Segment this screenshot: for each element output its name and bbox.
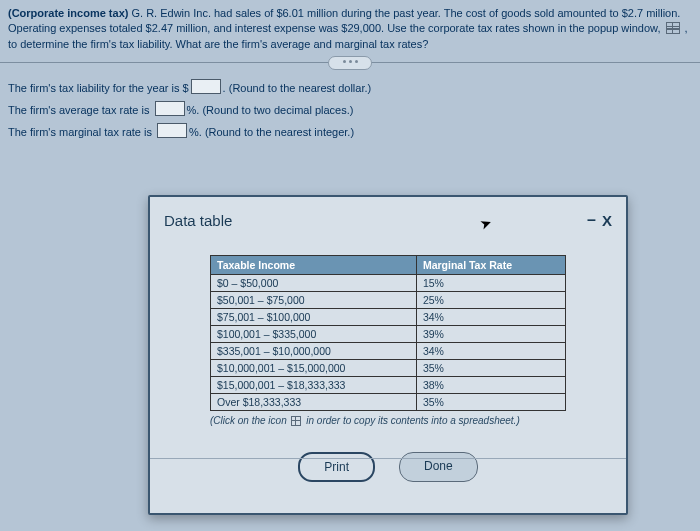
table-row: $100,001 – $335,00039% xyxy=(211,326,566,343)
problem-title: (Corporate income tax) xyxy=(8,7,128,19)
table-row: $15,000,001 – $18,333,33338% xyxy=(211,377,566,394)
copy-icon[interactable] xyxy=(291,416,301,426)
close-icon[interactable]: X xyxy=(602,212,612,229)
print-button[interactable]: Print xyxy=(298,452,375,482)
cursor-icon: ➤ xyxy=(478,213,495,232)
line3-pre: The firm's marginal tax rate is xyxy=(8,126,155,138)
dialog-separator xyxy=(150,458,626,459)
table-row: Over $18,333,33335% xyxy=(211,394,566,411)
section-divider xyxy=(0,62,700,63)
marginal-rate-input[interactable] xyxy=(157,123,187,138)
table-row: $335,001 – $10,000,00034% xyxy=(211,343,566,360)
table-caption: (Click on the icon in order to copy its … xyxy=(210,415,566,426)
tax-liability-input[interactable] xyxy=(191,79,221,94)
answer-section: The firm's tax liability for the year is… xyxy=(0,63,700,153)
problem-statement: (Corporate income tax) G. R. Edwin Inc. … xyxy=(0,0,700,62)
done-button[interactable]: Done xyxy=(399,452,478,482)
line2-pre: The firm's average tax rate is xyxy=(8,104,153,116)
divider-handle[interactable] xyxy=(328,56,372,70)
table-row: $10,000,001 – $15,000,00035% xyxy=(211,360,566,377)
tax-table: Taxable Income Marginal Tax Rate $0 – $5… xyxy=(210,255,566,411)
dialog-title: Data table xyxy=(164,212,232,229)
table-row: $0 – $50,00015% xyxy=(211,275,566,292)
data-table-dialog: Data table – X ➤ Taxable Income Marginal… xyxy=(148,195,628,515)
header-marginal-rate: Marginal Tax Rate xyxy=(416,256,565,275)
header-taxable-income: Taxable Income xyxy=(211,256,417,275)
line1-post: . (Round to the nearest dollar.) xyxy=(223,82,372,94)
table-row: $50,001 – $75,00025% xyxy=(211,292,566,309)
minimize-icon[interactable]: – xyxy=(587,211,596,229)
line3-post: %. (Round to the nearest integer.) xyxy=(189,126,354,138)
avg-rate-input[interactable] xyxy=(155,101,185,116)
line2-post: %. (Round to two decimal places.) xyxy=(187,104,354,116)
table-row: $75,001 – $100,00034% xyxy=(211,309,566,326)
line1-pre: The firm's tax liability for the year is… xyxy=(8,82,189,94)
popup-table-icon[interactable] xyxy=(666,22,680,34)
